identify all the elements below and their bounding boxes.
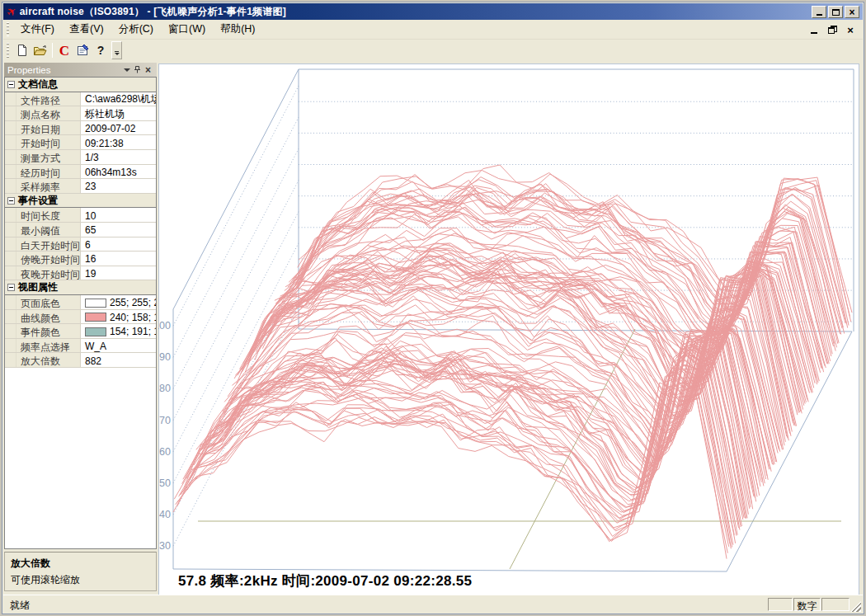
toolbar-overflow-button[interactable]	[111, 41, 122, 59]
color-swatch[interactable]	[85, 299, 106, 308]
resize-grip[interactable]	[850, 601, 861, 612]
property-value[interactable]: 19	[81, 266, 156, 280]
property-row: 测点名称栎社机场	[5, 106, 156, 121]
property-label: 开始时间	[16, 135, 81, 149]
maximize-icon	[832, 9, 840, 16]
property-value[interactable]: 09:21:38	[81, 135, 156, 149]
menu-bar: 文件(F)查看(V)分析(C)窗口(W)帮助(H) ×	[3, 20, 863, 40]
property-value[interactable]: 255; 255; 25	[81, 295, 156, 309]
property-label: 经历时间	[16, 165, 81, 179]
property-value[interactable]: 240; 158; 15	[81, 310, 156, 324]
y-tick-label: 50	[159, 477, 171, 489]
menu-help[interactable]: 帮助(H)	[213, 20, 262, 39]
row-gutter	[5, 324, 16, 338]
pin-icon	[133, 65, 142, 74]
property-row: 白天开始时间6	[5, 237, 156, 252]
property-row: 时间长度10	[5, 208, 156, 223]
property-value[interactable]: C:\awa6298\机场	[81, 92, 156, 106]
color-swatch[interactable]	[85, 327, 106, 336]
section-header-2[interactable]: 视图属性	[5, 280, 156, 295]
menu-view[interactable]: 查看(V)	[62, 20, 111, 39]
property-value[interactable]: 882	[81, 353, 156, 367]
property-value[interactable]: 06h34m13s	[81, 165, 156, 179]
close-icon: ×	[849, 7, 854, 17]
minimize-button[interactable]	[812, 6, 826, 18]
maximize-button[interactable]	[828, 6, 843, 18]
panel-pin-button[interactable]	[132, 64, 143, 75]
new-document-button[interactable]	[13, 41, 31, 59]
panel-menu-button[interactable]	[121, 64, 132, 75]
property-label: 测点名称	[16, 106, 81, 120]
menubar-gripper[interactable]	[6, 22, 10, 35]
menu-analyze[interactable]: 分析(C)	[111, 20, 161, 39]
mdi-close-icon: ×	[847, 25, 854, 35]
row-gutter	[5, 92, 16, 106]
panel-close-button[interactable]: ×	[143, 64, 153, 75]
collapse-icon[interactable]	[7, 197, 15, 205]
window-title: aircraft noise（ISO3891） - [飞机噪声分析1-事件1频谱…	[20, 5, 286, 19]
properties-panel-header: Properties ×	[4, 63, 157, 77]
property-row: 傍晚开始时间16	[5, 252, 156, 266]
y-tick-label: 70	[159, 415, 171, 426]
properties-button[interactable]	[73, 41, 92, 59]
property-value[interactable]: 1/3	[81, 150, 156, 164]
collapse-icon[interactable]	[7, 284, 15, 291]
property-label: 白天开始时间	[16, 237, 81, 252]
open-file-button[interactable]	[31, 41, 49, 59]
mdi-restore-icon	[828, 26, 837, 34]
app-window: ✈ aircraft noise（ISO3891） - [飞机噪声分析1-事件1…	[0, 0, 866, 616]
property-description-title: 放大倍数	[11, 557, 150, 571]
mdi-minimize-button[interactable]	[808, 24, 820, 35]
airplane-icon: ✈	[4, 4, 19, 19]
property-value[interactable]: 10	[81, 208, 156, 222]
section-header-0[interactable]: 文档信息	[5, 78, 156, 92]
property-value[interactable]: 16	[81, 252, 156, 266]
color-value-text: 240; 158; 15	[110, 312, 156, 323]
toolbar-separator	[52, 43, 53, 58]
property-label: 开始日期	[16, 121, 81, 135]
property-row: 采样频率23	[5, 179, 156, 194]
row-gutter	[5, 121, 16, 135]
chart-axis-labels: 10090807060504030	[158, 320, 171, 552]
property-value[interactable]: 154; 191; 18	[81, 324, 156, 338]
menu-window[interactable]: 窗口(W)	[161, 20, 213, 39]
row-gutter	[5, 165, 16, 179]
property-description-text: 可使用滚轮缩放	[11, 573, 150, 587]
property-value[interactable]: W_A	[81, 339, 156, 353]
section-header-1[interactable]: 事件设置	[5, 194, 156, 209]
row-gutter	[5, 179, 16, 193]
chevron-down-icon	[124, 68, 130, 72]
properties-panel-title: Properties	[7, 65, 121, 75]
color-swatch[interactable]	[85, 313, 106, 322]
status-text: 就绪	[10, 599, 30, 613]
row-gutter	[5, 310, 16, 324]
row-gutter	[5, 266, 16, 280]
help-button[interactable]: ?	[92, 41, 110, 59]
row-gutter	[5, 252, 16, 266]
waterfall-chart: 10090807060504030	[158, 63, 859, 598]
property-row: 曲线颜色240; 158; 15	[5, 310, 156, 325]
mdi-close-button[interactable]: ×	[845, 24, 856, 35]
calibration-button[interactable]: C	[55, 41, 73, 59]
property-value[interactable]: 23	[81, 179, 156, 193]
mdi-restore-button[interactable]	[826, 24, 838, 35]
property-value[interactable]: 栎社机场	[81, 106, 156, 120]
property-label: 放大倍数	[16, 353, 81, 367]
toolbar-gripper[interactable]	[6, 43, 10, 58]
property-value[interactable]: 65	[81, 223, 156, 237]
statusbar-numlock-cell: 数字	[793, 598, 821, 611]
property-value[interactable]: 6	[81, 237, 156, 252]
collapse-icon[interactable]	[7, 81, 15, 88]
property-label: 页面底色	[16, 295, 81, 309]
y-tick-label: 80	[159, 383, 171, 394]
waterfall-curves	[173, 165, 852, 559]
property-grid: 文档信息文件路径C:\awa6298\机场测点名称栎社机场开始日期2009-07…	[4, 77, 157, 549]
spectrogram-view[interactable]: 10090807060504030 57.8 频率:2kHz 时间:2009-0…	[158, 63, 859, 598]
property-value[interactable]: 2009-07-02	[81, 121, 156, 135]
properties-panel: Properties × 文档信息文件路径C:\awa6298\机场测点名称栎社…	[4, 63, 157, 597]
help-icon: ?	[97, 44, 105, 57]
close-button[interactable]: ×	[845, 6, 859, 18]
property-label: 事件颜色	[16, 324, 81, 338]
property-row: 开始时间09:21:38	[5, 135, 156, 150]
menu-file[interactable]: 文件(F)	[13, 20, 62, 39]
